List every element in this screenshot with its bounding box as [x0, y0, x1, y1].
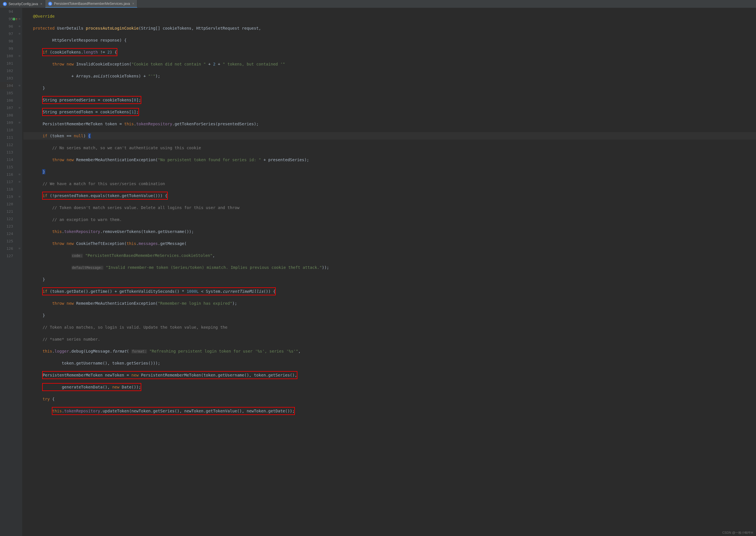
line-number: 99 [0, 45, 13, 52]
fold-icon[interactable]: ⊟ [18, 54, 21, 57]
code-line[interactable]: + Arrays.asList(cookieTokens) + "'"); [23, 72, 756, 80]
highlight-box: String presentedSeries = cookieTokens[0]… [43, 96, 141, 104]
line-number: 121 [0, 208, 13, 215]
editor-tabs: SecurityConfig.java × PersistentTokenBas… [0, 0, 756, 8]
code-line[interactable]: throw new CookieTheftException(this.mess… [23, 240, 756, 247]
code-line[interactable]: // an exception to warn them. [23, 216, 756, 223]
line-number: 112 [0, 141, 13, 149]
fold-icon[interactable]: ⊟ [18, 32, 21, 35]
line-number: 120 [0, 200, 13, 208]
line-number: 126 [0, 245, 13, 252]
code-line[interactable]: // We have a match for this user/series … [23, 180, 756, 187]
line-number: 114 [0, 156, 13, 163]
line-number: 97 [0, 30, 13, 38]
tab-securityconfig[interactable]: SecurityConfig.java × [0, 0, 45, 8]
highlight-box: if (token.getDate().getTime() + getToken… [43, 288, 275, 295]
fold-icon[interactable]: ⊟ [18, 106, 21, 109]
fold-icon[interactable]: ⊟ [18, 173, 21, 176]
close-icon[interactable]: × [132, 2, 134, 6]
line-number: 106 [0, 97, 13, 104]
code-line[interactable]: } [23, 312, 756, 319]
code-line[interactable]: protected UserDetails processAutoLoginCo… [23, 24, 756, 32]
watermark: CSDN @一枚小蜗牛H [722, 531, 753, 535]
code-line[interactable]: if (!presentedToken.equals(token.getToke… [23, 192, 756, 199]
class-icon [48, 2, 52, 6]
line-number: 105 [0, 89, 13, 97]
line-number: 111 [0, 134, 13, 141]
fold-icon[interactable]: ⊟ [18, 180, 21, 184]
code-line[interactable]: defaultMessage: "Invalid remember-me tok… [23, 264, 756, 271]
code-line[interactable]: // Token also matches, so login is valid… [23, 323, 756, 331]
code-line[interactable]: HttpServletResponse response) { [23, 36, 756, 44]
code-line[interactable]: } [23, 84, 756, 92]
code-line[interactable]: } [23, 276, 756, 283]
line-number: 109 [0, 119, 13, 126]
code-line[interactable]: throw new InvalidCookieException("Cookie… [23, 60, 756, 68]
highlight-box: this.tokenRepository.updateToken(newToke… [52, 407, 294, 415]
code-line[interactable]: PersistentRememberMeToken newToken = new… [23, 371, 756, 379]
fold-icon[interactable]: ⊟ [18, 17, 21, 20]
class-icon [3, 2, 7, 6]
line-number: 119 [0, 193, 13, 200]
line-number: 123 [0, 223, 13, 230]
line-number: 94 [0, 8, 13, 16]
code-line[interactable]: // No series match, so we can't authenti… [23, 144, 756, 151]
code-line[interactable]: String presentedSeries = cookieTokens[0]… [23, 96, 756, 104]
code-line[interactable]: } [23, 168, 756, 176]
close-icon[interactable]: × [40, 2, 42, 6]
code-line[interactable]: this.tokenRepository.updateToken(newToke… [23, 407, 756, 415]
highlight-box: String presentedToken = cookieTokens[1]; [43, 108, 138, 116]
override-marker-icon[interactable] [13, 18, 16, 20]
line-number: 118 [0, 186, 13, 193]
line-number: 124 [0, 230, 13, 238]
line-number: 110 [0, 126, 13, 134]
line-number-gutter: 94 95↑ 96 97 98 99 100 101 102 103 104 1… [0, 8, 17, 536]
line-number-current: 104 [0, 82, 13, 89]
line-number: 96 [0, 23, 13, 30]
tab-label: SecurityConfig.java [9, 2, 38, 6]
fold-icon[interactable]: ⊟ [18, 195, 21, 198]
fold-icon[interactable]: ⊟ [18, 25, 21, 28]
code-line[interactable]: throw new RememberMeAuthenticationExcept… [23, 156, 756, 163]
line-number: 102 [0, 67, 13, 75]
code-line-current[interactable]: if (token == null) { [23, 132, 756, 140]
highlight-box: generateTokenData(), new Date()); [43, 383, 141, 391]
line-number: 122 [0, 215, 13, 223]
highlight-box: if (!presentedToken.equals(token.getToke… [43, 192, 167, 199]
fold-icon[interactable]: ⊟ [18, 84, 21, 87]
line-number: 125 [0, 238, 13, 245]
highlight-box: if (cookieTokens.length != 2) { [43, 49, 117, 56]
code-area[interactable]: @Override protected UserDetails processA… [22, 8, 756, 536]
line-number: 98 [0, 38, 13, 45]
line-number: 107 [0, 104, 13, 112]
line-number: 127 [0, 252, 13, 260]
code-line[interactable]: this.tokenRepository.removeUserTokens(to… [23, 228, 756, 235]
tab-label: PersistentTokenBasedRememberMeServices.j… [54, 2, 130, 6]
code-line[interactable]: String presentedToken = cookieTokens[1]; [23, 108, 756, 116]
code-line[interactable]: // *same* series number. [23, 336, 756, 343]
fold-gutter: ⊟ ⊟ ⊟ ⊟ ⊟ ⊟ ⊟ ⊟ ⊟ ⊟ ⊟ [17, 8, 22, 536]
code-editor[interactable]: 94 95↑ 96 97 98 99 100 101 102 103 104 1… [0, 8, 756, 536]
code-line[interactable]: throw new RememberMeAuthenticationExcept… [23, 300, 756, 307]
line-number: 115 [0, 163, 13, 171]
code-line[interactable]: if (token.getDate().getTime() + getToken… [23, 288, 756, 295]
code-line[interactable]: @Override [23, 13, 756, 20]
code-line[interactable]: generateTokenData(), new Date()); [23, 383, 756, 391]
code-line[interactable]: if (cookieTokens.length != 2) { [23, 49, 756, 56]
line-number: 100 [0, 52, 13, 60]
code-line[interactable]: try { [23, 395, 756, 403]
fold-icon[interactable]: ⊟ [18, 247, 21, 250]
code-line[interactable]: code: "PersistentTokenBasedRememberMeSer… [23, 252, 756, 259]
code-line[interactable]: PersistentRememberMeToken token = this.t… [23, 120, 756, 128]
line-number: 113 [0, 149, 13, 156]
fold-icon[interactable]: ⊟ [18, 121, 21, 124]
code-line[interactable]: this.logger.debug(LogMessage.format( for… [23, 348, 756, 355]
line-number: 95↑ [0, 16, 13, 23]
highlight-box: PersistentRememberMeToken newToken = new… [43, 371, 297, 379]
tab-persistenttoken[interactable]: PersistentTokenBasedRememberMeServices.j… [45, 0, 137, 8]
line-number: 101 [0, 60, 13, 67]
line-number: 103 [0, 75, 13, 82]
code-line[interactable]: token.getUsername(), token.getSeries()))… [23, 359, 756, 367]
line-number: 108 [0, 112, 13, 119]
code-line[interactable]: // Token doesn't match series value. Del… [23, 204, 756, 211]
